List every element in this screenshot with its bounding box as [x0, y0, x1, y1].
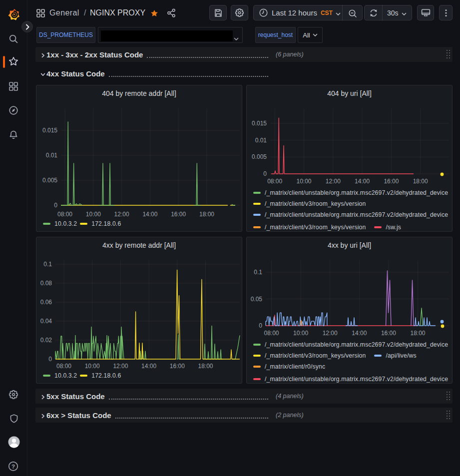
svg-text:0.1: 0.1: [254, 269, 262, 276]
svg-text:0.015: 0.015: [252, 120, 267, 127]
svg-text:10:00: 10:00: [85, 363, 100, 370]
svg-text:12:00: 12:00: [113, 363, 128, 370]
svg-text:08:00: 08:00: [57, 211, 72, 218]
svg-text:0: 0: [48, 356, 52, 363]
svg-text:0: 0: [259, 322, 262, 329]
svg-text:12:00: 12:00: [114, 211, 129, 218]
svg-text:08:00: 08:00: [267, 178, 282, 185]
svg-text:10:00: 10:00: [296, 178, 311, 185]
svg-text:18:00: 18:00: [198, 363, 213, 370]
svg-text:0.015: 0.015: [42, 127, 57, 134]
svg-text:14:00: 14:00: [352, 330, 367, 337]
svg-text:?: ?: [11, 464, 15, 470]
svg-text:18:00: 18:00: [199, 211, 214, 218]
svg-text:12:00: 12:00: [323, 330, 338, 337]
svg-text:08:00: 08:00: [56, 363, 71, 370]
svg-text:0.06: 0.06: [40, 299, 52, 306]
svg-text:10:00: 10:00: [293, 330, 308, 337]
svg-text:0.005: 0.005: [252, 153, 267, 160]
svg-text:14:00: 14:00: [355, 178, 370, 185]
svg-text:14:00: 14:00: [141, 363, 156, 370]
svg-text:0.04: 0.04: [40, 318, 52, 325]
svg-text:18:00: 18:00: [410, 330, 425, 337]
svg-text:12:00: 12:00: [326, 178, 341, 185]
svg-text:0.01: 0.01: [46, 152, 58, 159]
svg-text:0.08: 0.08: [40, 280, 52, 287]
svg-text:16:00: 16:00: [171, 211, 186, 218]
svg-text:10:00: 10:00: [86, 211, 101, 218]
svg-text:16:00: 16:00: [170, 363, 185, 370]
svg-text:16:00: 16:00: [384, 178, 399, 185]
svg-text:0: 0: [263, 170, 267, 177]
svg-text:0.01: 0.01: [255, 137, 267, 144]
svg-text:0.005: 0.005: [42, 177, 57, 184]
svg-text:14:00: 14:00: [142, 211, 157, 218]
svg-text:08:00: 08:00: [264, 330, 279, 337]
svg-text:0.05: 0.05: [251, 296, 263, 303]
svg-text:18:00: 18:00: [413, 178, 428, 185]
svg-text:0.1: 0.1: [43, 261, 52, 268]
svg-text:0.02: 0.02: [40, 337, 52, 344]
svg-text:0: 0: [54, 202, 57, 209]
svg-text:16:00: 16:00: [381, 330, 396, 337]
